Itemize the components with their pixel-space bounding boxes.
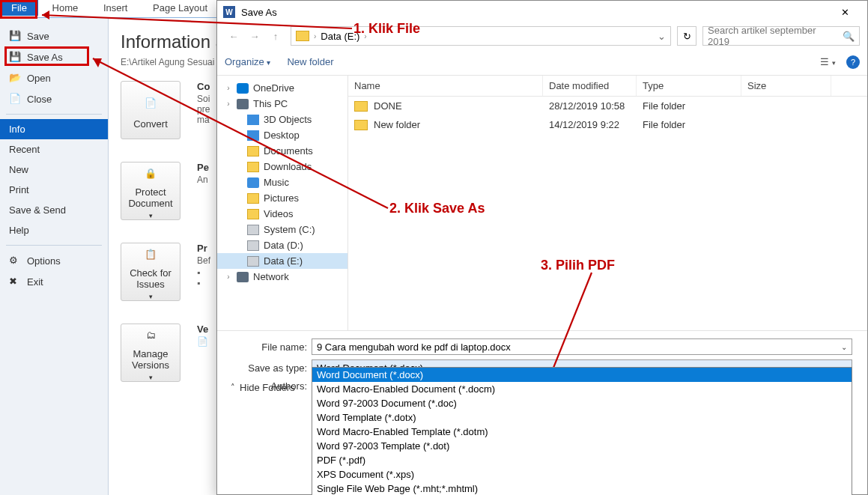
sidebar-item-info[interactable]: Info — [0, 119, 108, 139]
type-option[interactable]: Word Macro-Enabled Template (*.dotm) — [312, 425, 852, 439]
sidebar-item-print[interactable]: Print — [0, 180, 108, 200]
dialog-title: Save As — [241, 7, 277, 18]
col-name[interactable]: Name — [348, 76, 543, 96]
sidebar-item-save-as[interactable]: 💾Save As — [0, 46, 108, 67]
tree-item-data-e-[interactable]: Data (E:) — [217, 253, 347, 269]
sidebar-item-options[interactable]: ⚙Options — [0, 250, 108, 271]
sidebar-item-recent[interactable]: Recent — [0, 139, 108, 160]
sidebar-item-open[interactable]: 📂Open — [0, 67, 108, 88]
btn-label: Check for Issues — [121, 267, 180, 290]
protect-document-button[interactable]: 🔒 Protect Document▾ — [121, 162, 180, 220]
col-size[interactable]: Size — [741, 76, 831, 96]
chevron-down-icon: ▾ — [267, 58, 270, 67]
type-option[interactable]: PDF (*.pdf) — [312, 453, 852, 467]
tree-label: Documents — [264, 145, 313, 157]
chevron-down-icon[interactable]: ⌄ — [658, 31, 666, 42]
table-row[interactable]: DONE28/12/2019 10:58File folder — [348, 97, 867, 115]
manage-versions-button[interactable]: 🗂 Manage Versions▾ — [121, 324, 180, 382]
tree-item-videos[interactable]: Videos — [217, 206, 347, 222]
btn-label: Protect Document — [121, 186, 180, 209]
breadcrumb[interactable]: › Data (E:) › ⌄ — [291, 26, 671, 46]
file-size — [741, 97, 831, 115]
tree-item-pictures[interactable]: Pictures — [217, 190, 347, 206]
type-option[interactable]: XPS Document (*.xps) — [312, 467, 852, 482]
tree-item-music[interactable]: Music — [217, 174, 347, 190]
versions-icon: 🗂 — [139, 324, 163, 345]
folder-icon — [354, 120, 368, 130]
tab-file[interactable]: File — [0, 0, 38, 16]
tab-page-layout[interactable]: Page Layout — [142, 0, 219, 16]
convert-description: CoSoi pre ma — [197, 81, 210, 139]
chevron-down-icon[interactable]: ⌄ — [841, 343, 847, 351]
dialog-toolbar: Organize ▾ New folder ☰ ▾ ? — [217, 49, 867, 76]
nav-back-button[interactable]: ← — [225, 27, 243, 45]
tab-insert[interactable]: Insert — [92, 0, 139, 16]
tree-label: Data (E:) — [264, 255, 303, 267]
file-type: File folder — [637, 97, 741, 115]
search-icon: 🔍 — [843, 31, 855, 42]
sidebar-item-exit[interactable]: ✖Exit — [0, 271, 108, 292]
tree-item-network[interactable]: ›Network — [217, 269, 347, 285]
backstage-sidebar: 💾Save 💾Save As 📂Open 📄Close Info Recent … — [0, 18, 109, 495]
tree-label: System (C:) — [264, 224, 315, 235]
btn-label: Manage Versions — [121, 348, 180, 371]
type-option[interactable]: Single File Web Page (*.mht;*.mhtml) — [312, 482, 852, 495]
sidebar-item-new[interactable]: New — [0, 160, 108, 180]
tree-item-3d-objects[interactable]: 3D Objects — [217, 112, 347, 127]
save-type-dropdown[interactable]: Word Document (*.docx)Word Macro-Enabled… — [312, 367, 852, 495]
organize-menu[interactable]: Organize ▾ — [225, 56, 270, 67]
breadcrumb-segment[interactable]: Data (E:) — [321, 31, 359, 42]
new-folder-button[interactable]: New folder — [287, 56, 333, 67]
type-option[interactable]: Word 97-2003 Document (*.doc) — [312, 396, 852, 410]
tab-home[interactable]: Home — [41, 0, 90, 16]
file-list[interactable]: Name Date modified Type Size DONE28/12/2… — [348, 76, 867, 330]
file-name: New folder — [374, 119, 420, 130]
folder-tree[interactable]: ›OneDrive›This PC3D ObjectsDesktopDocume… — [217, 76, 348, 330]
sidebar-item-help[interactable]: Help — [0, 220, 108, 240]
type-option[interactable]: Word Template (*.dotx) — [312, 410, 852, 425]
type-option[interactable]: Word Macro-Enabled Document (*.docm) — [312, 382, 852, 396]
convert-icon: 📄 — [139, 91, 163, 115]
tree-item-documents[interactable]: Documents — [217, 143, 347, 159]
sidebar-item-save-send[interactable]: Save & Send — [0, 200, 108, 220]
filename-input[interactable]: 9 Cara mengubah word ke pdf di laptop.do… — [312, 338, 852, 355]
hide-folders-toggle[interactable]: ˄Hide Folders — [231, 382, 295, 393]
close-dialog-button[interactable]: ✕ — [828, 1, 861, 22]
dropdown-caret-icon: ▾ — [149, 374, 153, 381]
sidebar-item-save[interactable]: 💾Save — [0, 25, 108, 46]
tree-label: This PC — [253, 98, 288, 109]
help-icon[interactable]: ? — [846, 55, 860, 69]
btn-label: Convert — [133, 118, 168, 130]
blue-icon — [247, 115, 259, 125]
music-icon — [247, 177, 259, 188]
type-option[interactable]: Word Document (*.docx) — [312, 368, 852, 382]
nav-up-button[interactable]: ↑ — [267, 27, 285, 45]
tree-item-downloads[interactable]: Downloads — [217, 159, 347, 174]
view-mode-button[interactable]: ☰ ▾ — [820, 56, 836, 67]
table-row[interactable]: New folder14/12/2019 9:22File folder — [348, 115, 867, 134]
tree-item-onedrive[interactable]: ›OneDrive — [217, 80, 347, 96]
sidebar-label: New — [9, 164, 28, 175]
refresh-icon: ↻ — [683, 31, 691, 42]
search-input[interactable]: Search artikel september 2019 🔍 — [702, 26, 860, 46]
tree-item-system-c-[interactable]: System (C:) — [217, 222, 347, 237]
tree-item-this-pc[interactable]: ›This PC — [217, 96, 347, 112]
disk-icon — [247, 256, 259, 267]
tree-item-desktop[interactable]: Desktop — [217, 127, 347, 143]
blue-icon — [247, 130, 259, 141]
convert-button[interactable]: 📄 Convert — [121, 81, 180, 139]
col-date[interactable]: Date modified — [543, 76, 637, 96]
col-type[interactable]: Type — [637, 76, 741, 96]
sidebar-label: Help — [9, 225, 29, 236]
check-issues-button[interactable]: 📋 Check for Issues▾ — [121, 243, 180, 301]
refresh-button[interactable]: ↻ — [677, 26, 696, 46]
expand-arrow-icon: › — [225, 100, 232, 108]
type-option[interactable]: Word 97-2003 Template (*.dot) — [312, 439, 852, 453]
tree-item-data-d-[interactable]: Data (D:) — [217, 237, 347, 253]
folder-icon — [247, 193, 259, 204]
dialog-titlebar[interactable]: W Save As ✕ — [217, 1, 867, 23]
word-app-icon: W — [223, 6, 235, 18]
nav-forward-button[interactable]: → — [246, 27, 264, 45]
sidebar-item-close[interactable]: 📄Close — [0, 88, 108, 109]
disk-icon — [247, 225, 259, 235]
